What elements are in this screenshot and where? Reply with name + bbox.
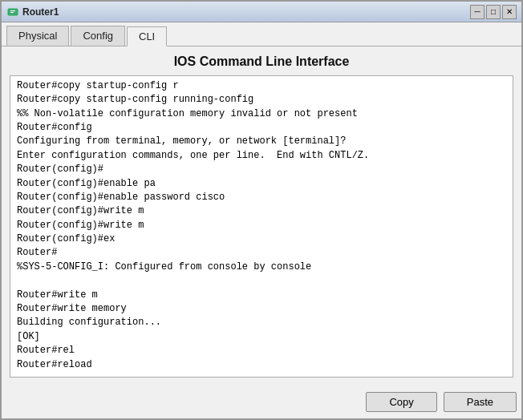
window-title: Router1 (22, 6, 470, 18)
tab-physical[interactable]: Physical (6, 26, 69, 46)
title-bar: Router1 ─ □ ✕ (2, 2, 521, 22)
main-window: Router1 ─ □ ✕ Physical Config CLI IOS Co… (0, 0, 523, 420)
content-area: IOS Command Line Interface Router>enable… (2, 46, 521, 386)
tab-config[interactable]: Config (71, 26, 125, 46)
terminal-wrapper: Router>enable Router#copy startup Router… (10, 75, 513, 378)
tab-bar: Physical Config CLI (2, 22, 521, 46)
window-icon (6, 6, 19, 18)
maximize-button[interactable]: □ (486, 5, 501, 19)
svg-rect-2 (10, 12, 14, 13)
svg-rect-1 (10, 10, 15, 11)
close-button[interactable]: ✕ (502, 5, 517, 19)
tab-cli[interactable]: CLI (127, 26, 167, 46)
copy-button[interactable]: Copy (366, 392, 436, 412)
section-title: IOS Command Line Interface (10, 55, 513, 69)
button-bar: Copy Paste (2, 386, 521, 418)
window-controls: ─ □ ✕ (470, 5, 517, 19)
minimize-button[interactable]: ─ (470, 5, 484, 19)
paste-button[interactable]: Paste (444, 392, 517, 412)
terminal-output[interactable]: Router>enable Router#copy startup Router… (10, 76, 513, 377)
